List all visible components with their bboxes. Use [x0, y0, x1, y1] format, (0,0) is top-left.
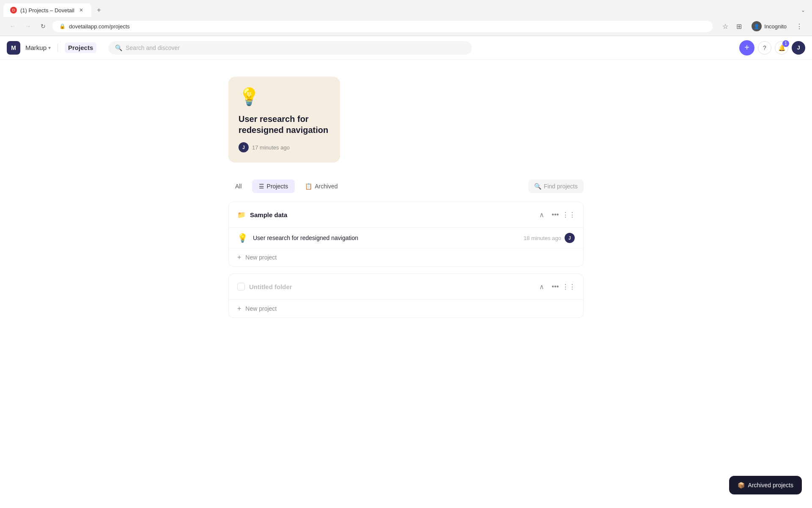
add-button[interactable]: + — [739, 40, 754, 55]
project-row-time: 18 minutes ago — [524, 235, 561, 241]
find-projects-placeholder: Find projects — [544, 183, 578, 190]
project-row-name: User research for redesigned navigation — [253, 235, 518, 241]
plus-icon-2: + — [237, 305, 241, 312]
user-avatar[interactable]: J — [792, 41, 805, 55]
plus-icon: + — [237, 254, 241, 261]
back-button[interactable]: ← — [7, 20, 19, 32]
card-time: 17 minutes ago — [252, 144, 290, 151]
address-input[interactable]: 🔒 dovetailapp.com/projects — [52, 21, 713, 32]
folder-actions: ∧ ••• ⋮⋮ — [536, 209, 575, 221]
search-icon: 🔍 — [115, 44, 122, 51]
new-project-button-2[interactable]: + New project — [229, 300, 583, 318]
folder-name-input[interactable] — [249, 283, 532, 290]
projects-nav-item[interactable]: Projects — [65, 42, 96, 53]
browser-chrome: D (1) Projects – Dovetail ✕ + ⌄ ← → ↻ 🔒 … — [0, 0, 812, 36]
tab-title: (1) Projects – Dovetail — [20, 7, 74, 14]
new-project-label: New project — [245, 254, 277, 261]
main-content: 💡 User research for redesigned navigatio… — [0, 60, 812, 342]
tab-bar: D (1) Projects – Dovetail ✕ + ⌄ — [0, 0, 812, 17]
incognito-button[interactable]: 👤 Incognito — [746, 19, 792, 33]
workspace-badge: M — [7, 41, 20, 55]
folder-untitled: ∧ ••• ⋮⋮ + New project — [228, 273, 584, 318]
find-projects-icon: 🔍 — [534, 183, 541, 190]
forward-button[interactable]: → — [22, 20, 34, 32]
notification-badge: 1 — [782, 40, 789, 47]
tab-expand-button[interactable]: ⌄ — [798, 6, 809, 15]
archived-btn-label: Archived projects — [748, 482, 793, 489]
bookmark-button[interactable]: ☆ — [719, 20, 731, 32]
tab-favicon: D — [10, 7, 17, 14]
project-list: 📁 Sample data ∧ ••• ⋮⋮ 💡 User research f… — [228, 202, 584, 325]
folder-header-sample-data: 📁 Sample data ∧ ••• ⋮⋮ — [229, 202, 583, 228]
card-footer: J 17 minutes ago — [239, 142, 330, 152]
find-projects-input[interactable]: 🔍 Find projects — [528, 179, 584, 193]
lock-icon: 🔒 — [59, 23, 66, 29]
archived-tab-icon: 📋 — [305, 183, 312, 190]
incognito-label: Incognito — [764, 23, 787, 30]
card-avatar: J — [239, 142, 249, 152]
project-row-icon: 💡 — [237, 233, 248, 243]
new-project-label-2: New project — [245, 305, 277, 312]
search-bar[interactable]: 🔍 Search and discover — [108, 41, 472, 55]
folder-header-untitled: ∧ ••• ⋮⋮ — [229, 274, 583, 300]
new-tab-button[interactable]: + — [93, 4, 105, 16]
card-title: User research for redesigned navigation — [239, 113, 330, 135]
folder-grid-button[interactable]: ⋮⋮ — [563, 209, 575, 221]
filter-area: All ☰ Projects 📋 Archived 🔍 Find project… — [228, 179, 584, 193]
project-row[interactable]: 💡 User research for redesigned navigatio… — [229, 228, 583, 248]
new-project-button-1[interactable]: + New project — [229, 248, 583, 266]
project-card[interactable]: 💡 User research for redesigned navigatio… — [228, 77, 340, 163]
folder-checkbox[interactable] — [237, 283, 245, 290]
cards-area: 💡 User research for redesigned navigatio… — [228, 77, 584, 163]
help-button[interactable]: ? — [758, 41, 771, 55]
folder-sample-data: 📁 Sample data ∧ ••• ⋮⋮ 💡 User research f… — [228, 202, 584, 267]
header-divider — [58, 44, 58, 52]
browser-menu-button[interactable]: ⋮ — [793, 20, 805, 32]
workspace-dropdown-icon: ▾ — [48, 45, 51, 51]
folder-collapse-button[interactable]: ∧ — [536, 209, 548, 221]
folder-icon: 📁 — [237, 211, 246, 219]
folder-name: Sample data — [250, 211, 532, 218]
extensions-button[interactable]: ⊞ — [733, 20, 745, 32]
address-bar: ← → ↻ 🔒 dovetailapp.com/projects ☆ ⊞ 👤 I… — [0, 17, 812, 36]
tab-all[interactable]: All — [228, 179, 249, 193]
refresh-button[interactable]: ↻ — [37, 20, 49, 32]
folder-grid-button-2[interactable]: ⋮⋮ — [563, 281, 575, 293]
content-area: 💡 User research for redesigned navigatio… — [228, 77, 584, 325]
tab-projects[interactable]: ☰ Projects — [252, 179, 295, 193]
folder-actions-untitled: ∧ ••• ⋮⋮ — [536, 281, 575, 293]
active-tab[interactable]: D (1) Projects – Dovetail ✕ — [3, 3, 91, 17]
archived-btn-icon: 📦 — [738, 482, 745, 489]
notifications-button[interactable]: 🔔 1 — [775, 41, 788, 55]
workspace-dropdown[interactable]: Markup ▾ — [25, 44, 51, 51]
incognito-avatar: 👤 — [752, 21, 762, 31]
tab-close-button[interactable]: ✕ — [78, 7, 85, 14]
app-header: M Markup ▾ Projects 🔍 Search and discove… — [0, 36, 812, 60]
browser-actions: ☆ ⊞ 👤 Incognito ⋮ — [719, 19, 805, 33]
project-row-avatar: J — [565, 233, 575, 243]
search-placeholder: Search and discover — [126, 44, 180, 51]
tab-archived[interactable]: 📋 Archived — [298, 179, 344, 193]
address-text: dovetailapp.com/projects — [69, 23, 130, 30]
folder-collapse-button-2[interactable]: ∧ — [536, 281, 548, 293]
projects-tab-icon: ☰ — [259, 183, 264, 190]
tab-projects-label: Projects — [267, 183, 288, 190]
card-icon: 💡 — [239, 87, 330, 107]
tab-archived-label: Archived — [315, 183, 337, 190]
tab-all-label: All — [235, 183, 242, 190]
workspace-name-text: Markup — [25, 44, 47, 51]
folder-more-button[interactable]: ••• — [549, 209, 561, 221]
project-row-meta: 18 minutes ago J — [524, 233, 575, 243]
header-actions: + ? 🔔 1 J — [739, 40, 805, 55]
folder-more-button-2[interactable]: ••• — [549, 281, 561, 293]
archived-projects-button[interactable]: 📦 Archived projects — [729, 476, 802, 494]
